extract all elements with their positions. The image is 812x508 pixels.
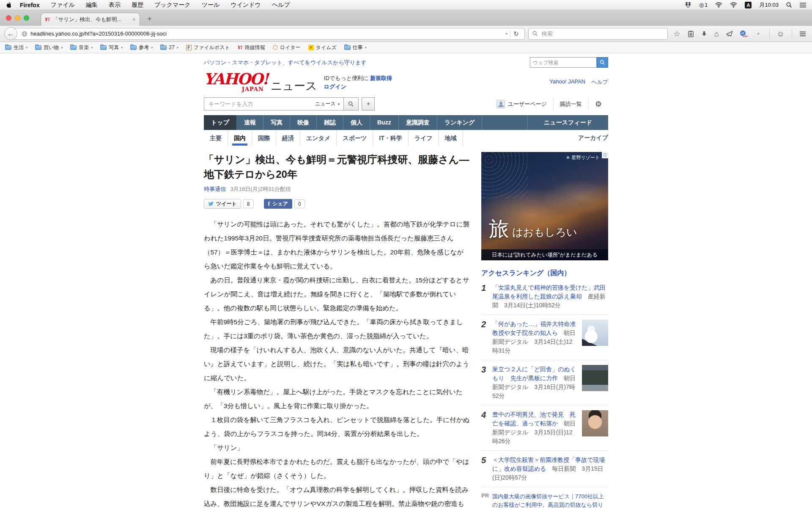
- news-search-category[interactable]: ニュース ▾: [311, 100, 344, 108]
- subnav-life[interactable]: ライフ: [409, 130, 439, 146]
- dropbox-icon[interactable]: [685, 2, 691, 8]
- share-icon[interactable]: [726, 31, 733, 37]
- menu-history[interactable]: 履歴: [132, 1, 143, 9]
- bookmark-folder-ongaku[interactable]: 音楽▾: [70, 44, 93, 51]
- help-link[interactable]: ヘルプ: [591, 78, 608, 86]
- pocket-smiley-icon[interactable]: ☺: [777, 30, 785, 38]
- back-button[interactable]: ←: [4, 27, 17, 40]
- tweet-button[interactable]: ツイート: [204, 199, 241, 209]
- bookmark-folder-shigoto[interactable]: 仕事▾: [344, 44, 367, 51]
- downloads-icon[interactable]: [701, 31, 707, 37]
- menu-clock[interactable]: 月10:03: [759, 1, 779, 9]
- menu-bookmarks[interactable]: ブックマーク: [154, 1, 191, 9]
- apple-menu-icon[interactable]: [6, 2, 11, 8]
- bookmark-folder-shashin[interactable]: 写真▾: [100, 44, 123, 51]
- subnav-entame[interactable]: エンタメ: [300, 130, 337, 146]
- news-search-row: ニュース ▾ ＋ ユーザーページ 購読一覧 ⚙: [204, 97, 608, 110]
- category-label: ニュース: [315, 100, 336, 108]
- new-tab-button[interactable]: ＋: [140, 14, 159, 26]
- login-link[interactable]: ログイン: [324, 83, 346, 90]
- facebook-share-button[interactable]: f シェア: [264, 199, 293, 209]
- subnav-shuyo[interactable]: 主要: [204, 130, 228, 146]
- thumbnail-blackboard[interactable]: [582, 365, 608, 391]
- menu-firefox[interactable]: Firefox: [20, 2, 40, 8]
- nav-tab-eizo[interactable]: 映像: [290, 115, 317, 130]
- yahoo-news-logo[interactable]: YAHOO! JAPAN ニュース: [204, 72, 317, 92]
- subnav-kokunai[interactable]: 国内: [228, 130, 252, 146]
- bookmark-folder-seikatsu[interactable]: 生活▾: [5, 44, 27, 51]
- nav-tab-ranking[interactable]: ランキング: [437, 115, 483, 130]
- url-text[interactable]: headlines.yahoo.co.jp/hl?a=20150316-0000…: [30, 30, 503, 37]
- home-icon[interactable]: ⌂: [714, 30, 719, 38]
- creative-cloud-icon[interactable]: ◎ 1: [699, 2, 708, 8]
- bookmark-filepost[interactable]: Fファイルポスト: [186, 44, 230, 51]
- nav-tab-ishiki[interactable]: 意識調査: [399, 115, 437, 130]
- thumbnail-boy[interactable]: [582, 410, 608, 436]
- url-dropdown-icon[interactable]: ▾: [503, 31, 510, 36]
- menu-hamburger-icon[interactable]: [799, 31, 806, 36]
- nav-tab-kojin[interactable]: 個人: [343, 115, 370, 130]
- hoshino-resort-ad[interactable]: ✳ 星野リゾート ⓘ 旅 はおもしろい 日本には“訪れてみたい場所”がまだまだあ…: [481, 152, 608, 260]
- menu-tools[interactable]: ツール: [202, 1, 220, 9]
- menu-help[interactable]: ヘルプ: [272, 1, 290, 9]
- pr-ad-link[interactable]: 国内最大級の画像切抜サービス｜7700社以上のお客様がご利用中。高品質の切抜なら…: [492, 493, 604, 508]
- nav-tab-buzz[interactable]: Buzz: [370, 115, 399, 130]
- subnav-sports[interactable]: スポーツ: [337, 130, 373, 146]
- subnav-kokusai[interactable]: 国際: [252, 130, 276, 146]
- add-search-button[interactable]: ＋: [362, 97, 375, 110]
- source-link[interactable]: 時事通信: [204, 186, 226, 192]
- web-search-button[interactable]: [597, 57, 608, 68]
- browser-search-bar[interactable]: [528, 28, 668, 40]
- pdf-dropdown-icon[interactable]: ▾: [755, 31, 762, 36]
- minimize-window-button[interactable]: [15, 15, 20, 21]
- ranking-heading[interactable]: アクセスランキング（国内）: [481, 269, 608, 278]
- user-page-link[interactable]: ユーザーページ: [490, 97, 553, 110]
- bookmark-star-icon[interactable]: ☆: [674, 30, 680, 38]
- pdf-converter-icon[interactable]: ⇄ PDF: [740, 30, 748, 37]
- web-search-input[interactable]: [530, 57, 597, 68]
- virus-promo-link[interactable]: パソコン・スマホ・タブレット、すべてをウイルスから守ります: [204, 59, 367, 66]
- browser-search-input[interactable]: [541, 30, 664, 37]
- tab-close-icon[interactable]: ×: [132, 16, 136, 23]
- adchoices-icon[interactable]: ⓘ: [602, 152, 608, 158]
- yahoo-japan-link[interactable]: Yahoo! JAPAN: [549, 78, 585, 86]
- bookmark-rosen[interactable]: Y!路線情報: [238, 44, 265, 51]
- subnav-it-kagaku[interactable]: IT・科学: [373, 130, 408, 146]
- subnav-archive[interactable]: アーカイブ: [578, 134, 608, 142]
- hotspot-wifi-icon[interactable]: [715, 2, 722, 8]
- signup-link[interactable]: 新規取得: [370, 75, 392, 81]
- zoom-window-button[interactable]: [24, 15, 29, 21]
- bookmark-times[interactable]: Tタイムズ: [308, 44, 337, 51]
- bookmarks-panel-icon[interactable]: [688, 30, 694, 37]
- thumbnail-snowman[interactable]: [582, 320, 608, 346]
- spotlight-icon[interactable]: [786, 2, 792, 8]
- menu-window[interactable]: ウインドウ: [230, 1, 261, 9]
- close-window-button[interactable]: [6, 15, 11, 21]
- menu-edit[interactable]: 編集: [86, 1, 98, 9]
- menu-file[interactable]: ファイル: [51, 1, 75, 9]
- pr-label: PR: [481, 492, 492, 508]
- nav-tab-shashin[interactable]: 写真: [263, 115, 290, 130]
- wifi-icon[interactable]: [730, 2, 737, 8]
- nav-tab-zasshi[interactable]: 雑誌: [317, 115, 343, 130]
- settings-button[interactable]: ⚙: [588, 97, 608, 110]
- bookmark-reuters[interactable]: ロイター: [273, 44, 301, 51]
- subnav-keizai[interactable]: 経済: [276, 130, 300, 146]
- reload-icon[interactable]: ↻: [510, 30, 522, 38]
- bookmark-folder-sankou[interactable]: 参考▾: [130, 44, 153, 51]
- subnav-chiiki[interactable]: 地域: [439, 130, 463, 146]
- url-bar[interactable]: headlines.yahoo.co.jp/hl?a=20150316-0000…: [12, 28, 525, 40]
- browser-tab[interactable]: Y! 「サリン」検出、今も鮮明... ×: [41, 13, 140, 26]
- notification-center-icon[interactable]: [800, 3, 806, 8]
- menu-view[interactable]: 表示: [109, 1, 121, 9]
- ad-brand: ✳ 星野リゾート: [566, 155, 600, 161]
- nav-tab-newsfeed[interactable]: ニュースフィード: [527, 115, 608, 130]
- bookmark-folder-kaimono[interactable]: 買い物▾: [35, 44, 63, 51]
- nav-tab-sokuho[interactable]: 速報: [237, 115, 263, 130]
- news-search-button[interactable]: [343, 97, 359, 110]
- subscriptions-link[interactable]: 購読一覧: [553, 97, 588, 110]
- input-source-icon[interactable]: A: [745, 2, 752, 8]
- nav-tab-top[interactable]: トップ: [204, 115, 237, 130]
- bookmark-folder-27[interactable]: 27▾: [160, 44, 178, 50]
- news-search-input[interactable]: [204, 98, 311, 110]
